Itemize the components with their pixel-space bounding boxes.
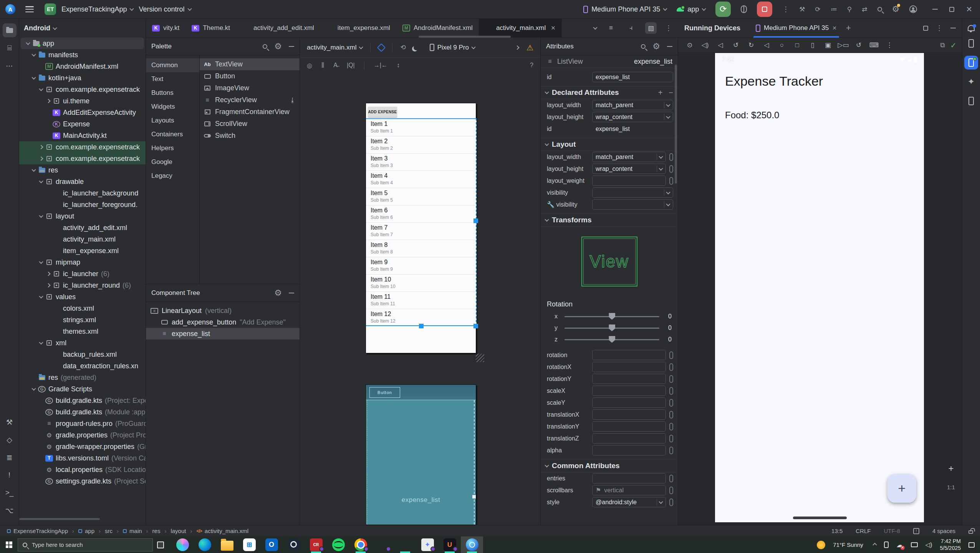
more-tool-windows-icon[interactable]: ⋯ <box>3 59 17 73</box>
list-item[interactable]: Item 3 Sub Item 3 <box>366 154 476 171</box>
list-item[interactable]: Item 11 Sub Item 11 <box>366 292 476 309</box>
palette-item-button[interactable]: Button <box>200 70 300 82</box>
profiler-icon[interactable]: ⚲ <box>847 5 852 13</box>
palette-category-widgets[interactable]: Widgets <box>146 100 199 114</box>
tree-item[interactable]: K Expense <box>19 118 146 130</box>
attr-input-rotationY[interactable] <box>592 374 666 384</box>
profile-icon[interactable] <box>909 5 917 13</box>
taskbar-app-explorer[interactable] <box>216 536 238 553</box>
tree-item[interactable]: G build.gradle.kts (Module :app) <box>19 406 146 418</box>
breadcrumb-item[interactable]: src <box>105 528 113 534</box>
weather-icon[interactable] <box>817 541 825 549</box>
list-item[interactable]: Item 5 Sub Item 5 <box>366 188 476 205</box>
project-view-selector[interactable]: Android <box>19 19 146 38</box>
slider-track[interactable] <box>564 316 659 317</box>
attr-input-translationY[interactable] <box>592 421 666 432</box>
tree-toggle-icon[interactable] <box>37 146 45 149</box>
design-blueprint-mode-icon[interactable] <box>377 43 386 52</box>
tree-item[interactable]: activity_add_edit.xml <box>19 222 146 233</box>
taskbar-app-redapp[interactable]: CR <box>305 536 327 553</box>
tree-toggle-icon[interactable] <box>30 53 38 56</box>
expense-list-preview[interactable]: Item 1 Sub Item 1 Item 2 Sub Item 2 Item… <box>366 118 477 326</box>
breadcrumb-item[interactable]: layout <box>171 528 186 534</box>
project-menu[interactable]: ExpenseTrackingApp <box>61 5 133 13</box>
tree-item[interactable]: themes.xml <box>19 326 146 337</box>
tree-item[interactable]: activity_main.xml <box>19 233 146 245</box>
tree-item[interactable]: res (generated) <box>19 372 146 383</box>
tree-item[interactable]: ⚙ gradle-wrapper.properties (Gr <box>19 441 146 452</box>
snapshot-icon[interactable]: ↺ <box>853 40 865 51</box>
device-manager-icon[interactable] <box>964 36 978 50</box>
version-control-menu[interactable]: Version control <box>139 5 191 13</box>
add-attribute-icon[interactable]: + <box>658 88 663 97</box>
terminal-icon[interactable]: >_ <box>3 486 17 500</box>
view-options-icon[interactable]: ◎ <box>307 62 312 69</box>
palette-item-textview[interactable]: AbTextView <box>200 58 300 70</box>
split-view-icon[interactable]: ⫞ <box>625 22 637 34</box>
attributes-section-header[interactable]: Common Attributes <box>541 459 678 472</box>
running-devices-icon[interactable] <box>964 56 978 70</box>
attributes-section-header[interactable]: Declared Attributes +− <box>541 86 678 99</box>
palette-item-fragmentcontainerview[interactable]: FragmentContainerView <box>200 106 300 118</box>
screenshot-icon[interactable]: ▣ <box>822 40 834 51</box>
palette-category-layouts[interactable]: Layouts <box>146 114 199 127</box>
slider-thumb[interactable] <box>609 336 615 343</box>
favorite-toggle-icon[interactable] <box>669 399 673 407</box>
file-encoding[interactable]: UTF-8 <box>884 528 900 534</box>
attr-combo-visibility[interactable] <box>592 199 673 210</box>
breadcrumb-item[interactable]: </> activity_main.xml <box>196 528 248 534</box>
palette-category-google[interactable]: Google <box>146 155 199 169</box>
tree-item[interactable]: ic_launcher (6) <box>19 268 146 280</box>
line-ending[interactable]: CRLF <box>856 528 871 534</box>
weather-text[interactable]: 71°F Sunny <box>833 541 863 548</box>
tree-toggle-icon[interactable] <box>30 169 38 172</box>
record-icon[interactable]: ▷▭ <box>837 40 849 51</box>
night-mode-icon[interactable] <box>414 45 419 50</box>
attr-combo-style[interactable]: @android:style <box>592 497 666 507</box>
onedrive-error-icon[interactable]: ☁ <box>896 541 903 549</box>
add-expense-button-preview[interactable]: ADD EXPENSE <box>368 107 397 117</box>
attr-input-entries[interactable] <box>592 473 666 483</box>
version-control-icon[interactable]: ⌥ <box>3 503 17 517</box>
favorite-toggle-icon[interactable] <box>669 435 673 442</box>
favorite-toggle-icon[interactable] <box>669 375 673 383</box>
close-tab-icon[interactable]: ✕ <box>832 25 837 31</box>
tree-item[interactable]: com.example.expensetrack <box>19 141 146 153</box>
canvas-resize-handle[interactable] <box>476 354 484 362</box>
tree-item[interactable]: layout <box>19 210 146 222</box>
editor-tab[interactable]: item_expense.xml <box>320 19 396 38</box>
tree-item[interactable]: manifests <box>19 49 146 61</box>
blueprint-resize-handle[interactable] <box>472 495 476 499</box>
remove-attribute-icon[interactable]: − <box>669 88 673 97</box>
editor-tab[interactable]: MAndroidManifest.xml <box>396 19 479 38</box>
unlock-icon[interactable] <box>968 530 973 534</box>
component-tree-minimize-icon[interactable] <box>289 293 294 293</box>
tree-toggle-icon[interactable] <box>44 272 53 275</box>
add-expense-fab[interactable]: + <box>887 474 916 503</box>
tree-item[interactable]: res <box>19 164 146 176</box>
attributes-settings-icon[interactable]: ⚙ <box>652 41 660 51</box>
tree-item[interactable]: K MainActivity.kt <box>19 130 146 141</box>
taskbar-app-edge[interactable] <box>194 536 216 553</box>
taskbar-app-spotify2[interactable] <box>394 536 416 553</box>
slider-thumb[interactable] <box>609 325 615 331</box>
build-icon[interactable]: ⚒ <box>799 5 805 13</box>
tree-item[interactable]: G build.gradle.kts (Project: Expe <box>19 395 146 406</box>
screenshot-tool-icon[interactable]: ⧉ <box>940 41 945 49</box>
editor-tab[interactable]: Kvity.kt <box>146 19 185 38</box>
resize-handle-bottom[interactable] <box>419 324 424 328</box>
back-icon[interactable]: ◁ <box>760 40 773 51</box>
tree-toggle-icon[interactable] <box>30 76 38 79</box>
palette-category-buttons[interactable]: Buttons <box>146 86 199 100</box>
attr-input-alpha[interactable] <box>592 445 666 455</box>
structure-icon[interactable]: ⌸ <box>3 41 17 55</box>
attr-combo-layout_width[interactable]: match_parent <box>592 152 666 162</box>
slider-track[interactable] <box>564 339 659 340</box>
taskbar-clock[interactable]: 7:42 PM 5/5/2025 <box>940 538 961 551</box>
component-tree-item[interactable]: add_expense_button "Add Expense" ⚠ <box>146 316 300 328</box>
restore-window-button[interactable] <box>949 7 954 12</box>
tree-item[interactable]: mipmap <box>19 257 146 268</box>
breadcrumb-item[interactable]: ExpenseTrackingApp <box>7 528 68 534</box>
chevron-right-icon[interactable] <box>515 45 519 50</box>
list-item[interactable]: Item 4 Sub Item 4 <box>366 171 476 188</box>
